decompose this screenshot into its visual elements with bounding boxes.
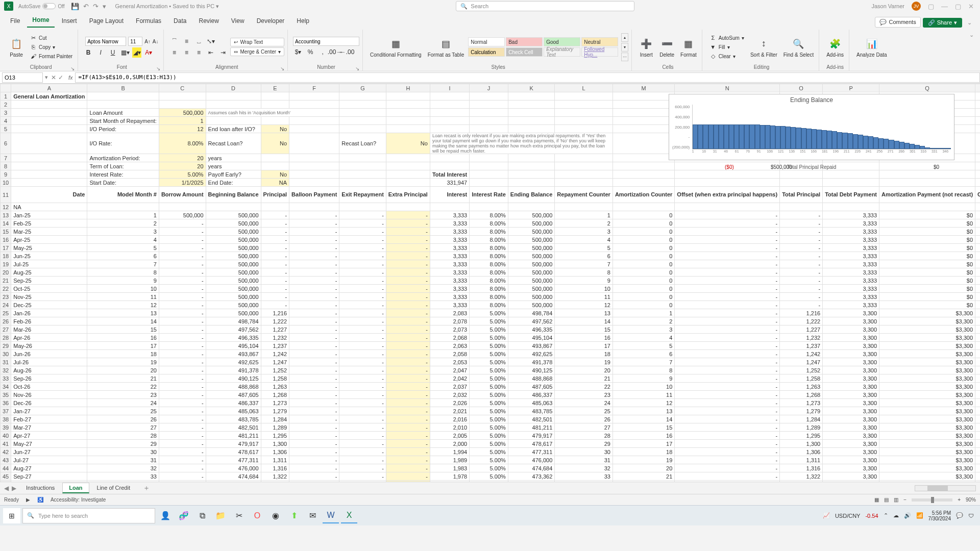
data-cell[interactable]: 13 [555,309,613,317]
comments-button[interactable]: 💬 Comments [875,17,920,28]
data-cell[interactable]: - [780,228,823,236]
data-cell[interactable]: - [289,481,339,482]
cell[interactable] [823,170,879,179]
data-cell[interactable]: - [159,334,206,342]
cell[interactable] [339,170,386,179]
conditional-formatting-button[interactable]: ▦Conditional Formatting [368,36,424,59]
data-cell[interactable]: - [289,317,339,325]
data-cell[interactable]: 476,000 [508,456,555,464]
row-header[interactable]: 44 [1,464,11,472]
data-cell[interactable]: 3,333 [823,228,879,236]
data-cell[interactable]: $0 [879,252,975,260]
cell[interactable] [430,125,469,133]
data-cell[interactable]: - [159,325,206,334]
data-cell[interactable]: 500,000 [508,219,555,228]
accessibility-status[interactable]: Accessibility: Investigate [51,497,106,503]
data-cell[interactable]: 16 [555,334,613,342]
col-header-A[interactable]: A [11,84,87,92]
data-cell[interactable]: 495,104 [206,342,261,350]
data-cell[interactable]: 10 [555,285,613,293]
data-cell[interactable]: - [289,366,339,374]
data-cell[interactable]: 8.00% [470,228,508,236]
gallery-up-icon[interactable]: ▴ [621,33,628,42]
question-answer[interactable]: No [261,170,289,179]
data-cell[interactable]: 1,989 [430,456,469,464]
align-top-icon[interactable]: ⎴ [169,36,179,46]
data-cell[interactable]: 10 [87,285,159,293]
cell[interactable] [11,170,87,179]
data-cell[interactable]: 28 [87,432,159,440]
data-cell[interactable]: 13 [87,309,159,317]
fill-color-button[interactable]: ◢▾ [132,47,141,58]
data-cell[interactable]: - [339,407,386,415]
data-cell[interactable]: 1,242 [261,350,289,358]
data-cell[interactable]: - [386,456,430,464]
cell[interactable] [780,179,823,187]
zoom-slider[interactable] [912,498,952,502]
data-cell[interactable]: - [339,252,386,260]
data-cell[interactable]: $0 [975,423,980,432]
data-cell[interactable]: 500,000 [206,252,261,260]
data-cell[interactable]: - [159,285,206,293]
data-cell[interactable]: 491,378 [508,358,555,366]
data-cell[interactable]: 3,333 [430,285,469,293]
cell[interactable] [159,92,206,101]
cell[interactable] [555,154,613,162]
data-cell[interactable]: 1,252 [261,366,289,374]
data-cell[interactable]: - [339,236,386,244]
data-cell[interactable]: 1,258 [261,374,289,383]
data-cell[interactable]: 2,063 [430,342,469,350]
row-header[interactable]: 33 [1,374,11,383]
data-cell[interactable]: - [386,342,430,350]
grow-font-icon[interactable]: A↑ [144,39,151,44]
data-cell[interactable]: Jul-26 [11,358,87,366]
wrap-text-button[interactable]: ↩Wrap Text [230,38,284,46]
data-cell[interactable]: - [339,366,386,374]
cell[interactable] [879,170,975,179]
data-cell[interactable]: - [675,285,780,293]
worksheet-grid[interactable]: ABCDEFGHIJKLMNOPQRS1General Loan Amortiz… [0,84,980,482]
file-explorer-icon[interactable]: 📁 [212,508,229,523]
excel-icon[interactable]: X [341,508,357,523]
data-cell[interactable]: - [675,383,780,391]
data-cell[interactable]: NA [11,203,87,211]
input-value[interactable]: 12 [159,125,206,133]
data-cell[interactable]: - [159,219,206,228]
data-cell[interactable]: 3,333 [823,219,879,228]
row-header[interactable]: 39 [1,423,11,432]
shield-icon[interactable]: 🛡 [968,513,974,519]
fx-pair[interactable]: USD/CNY [835,513,861,519]
data-cell[interactable]: 31 [87,456,159,464]
macro-icon[interactable]: ▶ [26,497,30,503]
fill-button[interactable]: ▼Fill ▾ [707,43,746,51]
data-cell[interactable]: 15 [87,325,159,334]
cell[interactable] [508,162,555,170]
data-cell[interactable]: - [675,358,780,366]
data-cell[interactable]: - [159,481,206,482]
data-cell[interactable]: 3,300 [823,456,879,464]
data-cell[interactable]: 30 [87,448,159,456]
view-page-layout-icon[interactable]: ▤ [884,497,889,503]
data-cell[interactable]: 3,333 [823,236,879,244]
data-cell[interactable]: 3,333 [823,277,879,285]
user-name[interactable]: Jason Varner [871,3,904,9]
data-cell[interactable]: - [261,211,289,219]
tab-formulas[interactable]: Formulas [131,14,166,28]
cell[interactable] [386,92,430,101]
row-header[interactable]: 21 [1,277,11,285]
data-cell[interactable]: 3,333 [430,277,469,285]
data-cell[interactable]: - [159,342,206,350]
cell[interactable] [780,203,823,211]
data-cell[interactable]: 500,000 [508,301,555,309]
data-cell[interactable]: 3,333 [823,211,879,219]
data-cell[interactable]: 11 [87,293,159,301]
data-cell[interactable]: 5.00% [470,366,508,374]
collapse-ribbon-icon[interactable]: ⌄ [964,18,975,28]
data-cell[interactable]: $3,300 [879,309,975,317]
data-cell[interactable]: 500,000 [206,228,261,236]
cell[interactable]: Assumes cash hits in 'Acquisition Month' [206,109,339,117]
data-cell[interactable]: 478,617 [508,440,555,448]
data-cell[interactable]: 2,010 [430,423,469,432]
data-cell[interactable]: - [339,244,386,252]
data-cell[interactable]: - [386,472,430,481]
